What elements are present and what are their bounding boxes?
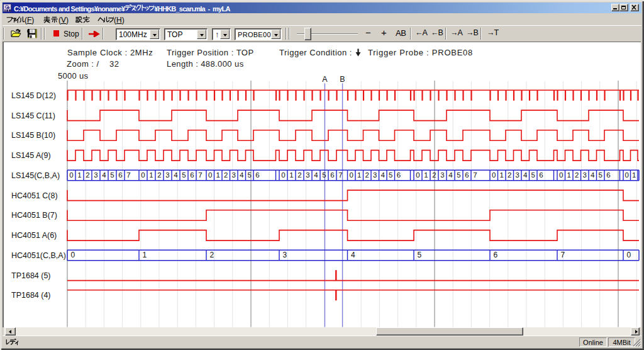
svg-text:1: 1 [567, 171, 571, 179]
svg-text:2: 2 [157, 171, 161, 179]
svg-text:B: B [340, 75, 345, 84]
svg-text:4: 4 [448, 171, 453, 179]
svg-text:5: 5 [418, 251, 422, 259]
svg-text:7: 7 [198, 171, 202, 179]
svg-text:6: 6 [539, 171, 543, 179]
svg-text:HC4051(C,B,A): HC4051(C,B,A) [11, 251, 66, 260]
svg-text:1: 1 [289, 171, 293, 179]
svg-text:0: 0 [281, 171, 285, 179]
svg-text:HC4051 A(6): HC4051 A(6) [11, 231, 57, 240]
svg-text:2: 2 [224, 171, 228, 179]
svg-text:LS145 C(11): LS145 C(11) [11, 111, 55, 120]
svg-text:HC4051 C(8): HC4051 C(8) [11, 191, 58, 200]
svg-text:1: 1 [143, 251, 147, 259]
svg-text:LS145 A(9): LS145 A(9) [11, 151, 51, 160]
svg-text:5: 5 [248, 171, 252, 179]
svg-text:0: 0 [208, 171, 212, 179]
svg-text:LS145(C,B,A): LS145(C,B,A) [11, 171, 60, 180]
svg-text:6: 6 [118, 171, 122, 179]
svg-text:0: 0 [350, 171, 353, 179]
svg-text:4: 4 [240, 171, 244, 179]
svg-text:0: 0 [141, 171, 145, 179]
svg-text:1: 1 [149, 171, 153, 179]
svg-text:HC4051 B(7): HC4051 B(7) [11, 211, 57, 220]
svg-text:1: 1 [77, 171, 81, 179]
svg-text:1: 1 [500, 171, 504, 179]
svg-text:4: 4 [591, 171, 595, 179]
svg-text:6: 6 [330, 171, 334, 179]
svg-text:1: 1 [424, 171, 428, 179]
svg-text:6: 6 [255, 171, 259, 179]
svg-text:4: 4 [381, 171, 386, 179]
svg-text:5: 5 [322, 171, 326, 179]
svg-text:7: 7 [561, 251, 565, 259]
svg-text:2: 2 [575, 171, 579, 179]
svg-text:TP1684 (5): TP1684 (5) [11, 271, 51, 280]
svg-text:3: 3 [165, 171, 169, 179]
svg-text:3: 3 [306, 171, 309, 179]
svg-text:3: 3 [94, 171, 97, 179]
svg-text:6: 6 [190, 171, 194, 179]
svg-text:TP1684 (4): TP1684 (4) [11, 291, 51, 300]
svg-text:LS145 B(10): LS145 B(10) [11, 131, 55, 140]
svg-text:7: 7 [473, 171, 477, 179]
svg-text:5: 5 [389, 171, 392, 179]
svg-text:4: 4 [351, 251, 355, 259]
svg-text:3: 3 [373, 171, 377, 179]
svg-text:0: 0 [69, 171, 73, 179]
svg-text:6: 6 [397, 171, 401, 179]
svg-text:7: 7 [126, 171, 130, 179]
svg-text:3: 3 [583, 171, 587, 179]
svg-text:6: 6 [494, 251, 498, 259]
svg-text:3: 3 [516, 171, 519, 179]
svg-text:3: 3 [232, 171, 236, 179]
svg-text:0: 0 [625, 171, 629, 179]
svg-text:0: 0 [416, 171, 419, 179]
svg-text:A: A [322, 75, 328, 84]
svg-text:3: 3 [283, 251, 287, 259]
svg-text:5: 5 [110, 171, 114, 179]
svg-text:2: 2 [365, 171, 369, 179]
svg-text:5: 5 [182, 171, 186, 179]
svg-text:7: 7 [338, 171, 342, 179]
svg-text:2: 2 [86, 171, 89, 179]
svg-text:4: 4 [314, 171, 318, 179]
svg-text:5: 5 [531, 171, 535, 179]
svg-text:2: 2 [508, 171, 511, 179]
svg-text:4: 4 [102, 171, 106, 179]
svg-text:6: 6 [606, 171, 610, 179]
svg-text:3: 3 [440, 171, 444, 179]
svg-text:0: 0 [627, 251, 631, 259]
svg-text:LS145 D(12): LS145 D(12) [11, 91, 56, 100]
svg-text:2: 2 [297, 171, 301, 179]
svg-text:1: 1 [632, 171, 636, 179]
svg-text:5: 5 [599, 171, 602, 179]
svg-text:2: 2 [210, 251, 214, 259]
svg-text:2: 2 [432, 171, 436, 179]
svg-text:0: 0 [71, 251, 75, 259]
svg-text:4: 4 [174, 171, 178, 179]
svg-text:1: 1 [357, 171, 361, 179]
svg-text:4: 4 [523, 171, 528, 179]
svg-text:5: 5 [457, 171, 460, 179]
svg-text:0: 0 [492, 171, 496, 179]
svg-text:1: 1 [216, 171, 220, 179]
svg-text:6: 6 [465, 171, 469, 179]
svg-text:0: 0 [559, 171, 563, 179]
